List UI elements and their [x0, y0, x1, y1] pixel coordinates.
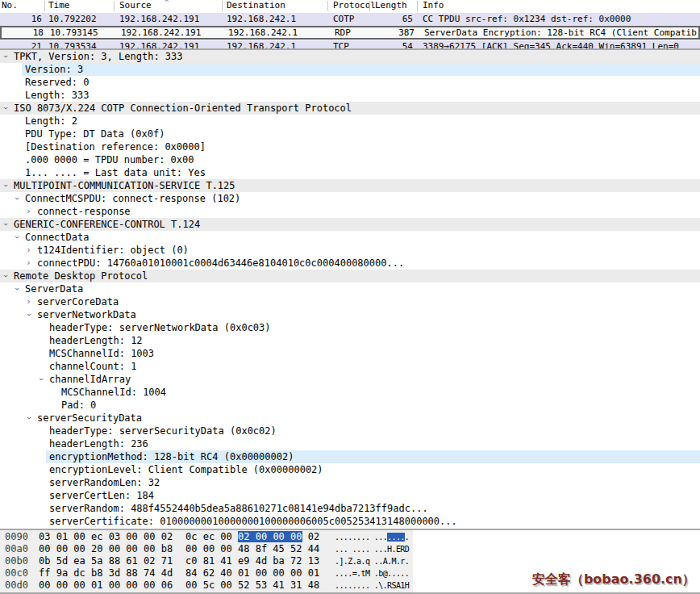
- tree-row[interactable]: ›serverCoreData: [0, 295, 700, 308]
- tree-row[interactable]: headerLength: 236: [0, 437, 700, 450]
- hex-bytes: 84 62 40 01 00 00 00 01: [185, 567, 319, 579]
- hex-row[interactable]: 009003 01 00 ec 03 00 00 020c ec 00 02 0…: [0, 531, 413, 543]
- tree-row[interactable]: encryptionMethod: 128-bit RC4 (0x0000000…: [0, 450, 700, 463]
- chevron-down-icon[interactable]: ›: [0, 271, 12, 282]
- tree-row[interactable]: serverRandom: 488f4552440b5dea5a88610271…: [0, 502, 700, 515]
- column-header-no[interactable]: No.: [2, 0, 42, 11]
- column-header-length[interactable]: Length: [375, 0, 407, 11]
- chevron-down-icon[interactable]: ›: [0, 103, 12, 114]
- ascii-bytes-segment: ...: [374, 533, 387, 542]
- tree-row[interactable]: ›connect-response: [0, 205, 700, 218]
- tree-row[interactable]: 1... .... = Last data unit: Yes: [0, 166, 700, 179]
- tree-row[interactable]: ›serverNetworkData: [0, 308, 700, 321]
- ascii-bytes-segment: ....=.tM: [335, 569, 369, 578]
- tree-row-label: Remote Desktop Protocol: [10, 270, 700, 282]
- ascii-bytes-segment: .: [405, 533, 409, 542]
- tree-row-label: PDU Type: DT Data (0x0f): [22, 128, 700, 140]
- chevron-down-icon[interactable]: ›: [0, 52, 12, 62]
- chevron-down-icon[interactable]: ›: [23, 413, 35, 424]
- tree-row[interactable]: ›serverSecurityData: [0, 412, 700, 425]
- cell-source: 192.168.242.191: [119, 40, 199, 50]
- tree-row[interactable]: [Destination reference: 0x0000]: [0, 140, 700, 153]
- chevron-right-icon[interactable]: ›: [23, 205, 34, 218]
- hex-bytes-segment: 03 01 00 ec 03 00 00 02: [39, 531, 173, 542]
- column-separator[interactable]: [327, 1, 328, 11]
- ascii-bytes: ... .... ...H.ERD: [335, 543, 409, 555]
- tree-row-label: MULTIPOINT-COMMUNICATION-SERVICE T.125: [10, 179, 700, 192]
- chevron-down-icon[interactable]: ›: [10, 232, 23, 243]
- tree-row[interactable]: MCSChannelId: 1004: [0, 386, 700, 399]
- tree-row[interactable]: ›t124Identifier: object (0): [0, 244, 700, 257]
- hex-offset: 00b0: [5, 555, 28, 567]
- tree-row[interactable]: ›MULTIPOINT-COMMUNICATION-SERVICE T.125: [0, 179, 700, 192]
- column-separator[interactable]: [222, 1, 223, 11]
- tree-row[interactable]: serverRandomLen: 32: [0, 476, 700, 489]
- hex-offset: 00c0: [5, 567, 28, 579]
- tree-row-label: serverRandom: 488f4552440b5dea5a88610271…: [46, 502, 700, 515]
- tree-row[interactable]: ›Remote Desktop Protocol: [0, 270, 700, 282]
- tree-row-label: encryptionMethod: 128-bit RC4 (0x0000000…: [46, 450, 700, 463]
- tree-row[interactable]: MCSChannelId: 1003: [0, 347, 700, 360]
- column-header-time[interactable]: Time: [48, 0, 70, 11]
- tree-row[interactable]: headerType: serverSecurityData (0x0c02): [0, 425, 700, 437]
- chevron-down-icon[interactable]: ›: [35, 374, 48, 385]
- tree-row[interactable]: ›ISO 8073/X.224 COTP Connection-Oriented…: [0, 102, 700, 115]
- tree-row-label: GENERIC-CONFERENCE-CONTROL T.124: [10, 218, 700, 231]
- column-separator[interactable]: [44, 1, 45, 11]
- tree-row[interactable]: Version: 3: [0, 63, 700, 76]
- tree-row[interactable]: channelCount: 1: [0, 360, 700, 373]
- column-separator[interactable]: [369, 1, 370, 11]
- hex-bytes-segment: 0c ec 00: [185, 531, 238, 542]
- tree-row[interactable]: headerType: serverNetworkData (0x0c03): [0, 321, 700, 334]
- chevron-down-icon[interactable]: ›: [0, 220, 12, 230]
- packet-row[interactable]: 1610.792202192.168.242.191192.168.242.1C…: [0, 12, 700, 26]
- tree-row[interactable]: ›GENERIC-CONFERENCE-CONTROL T.124: [0, 218, 700, 231]
- tree-row[interactable]: headerLength: 12: [0, 334, 700, 347]
- tree-row[interactable]: ›channelIdArray: [0, 373, 700, 386]
- hex-offset: 0090: [5, 531, 28, 543]
- column-separator[interactable]: [114, 1, 115, 11]
- hex-row[interactable]: 00d000 00 00 01 00 00 00 0600 5c 00 52 5…: [0, 579, 413, 592]
- tree-row[interactable]: Length: 2: [0, 115, 700, 128]
- tree-row[interactable]: encryptionLevel: Client Compatible (0x00…: [0, 463, 700, 476]
- hex-bytes-segment: ff 9a dc b8 3d 88 74 4d: [39, 567, 173, 579]
- ascii-bytes: ....=.tM .b@.....: [335, 567, 409, 579]
- tree-row[interactable]: ›TPKT, Version: 3, Length: 333: [0, 50, 700, 63]
- chevron-down-icon[interactable]: ›: [0, 181, 12, 191]
- chevron-down-icon[interactable]: ›: [10, 194, 23, 204]
- tree-row[interactable]: serverCertLen: 184: [0, 489, 700, 502]
- column-header-source[interactable]: Source: [119, 0, 152, 11]
- hex-row[interactable]: 00c0ff 9a dc b8 3d 88 74 4d84 62 40 01 0…: [0, 567, 413, 579]
- column-header-info[interactable]: Info: [423, 0, 444, 11]
- hex-row[interactable]: 00b00b 5d ea 5a 88 61 02 71c0 81 41 e9 4…: [0, 555, 413, 567]
- chevron-right-icon[interactable]: ›: [23, 257, 34, 270]
- tree-row[interactable]: Length: 333: [0, 89, 700, 102]
- packet-list-header: No. Time Source Destination Protocol Len…: [0, 0, 700, 12]
- tree-row[interactable]: ›connectPDU: 14760a01010001c0004d63446e8…: [0, 257, 700, 270]
- tree-row-label: serverCertLen: 184: [46, 489, 700, 502]
- tree-row[interactable]: ›ConnectData: [0, 231, 700, 244]
- tree-row[interactable]: ›ServerData: [0, 282, 700, 295]
- chevron-right-icon[interactable]: ›: [23, 244, 34, 257]
- chevron-down-icon[interactable]: ›: [10, 284, 23, 295]
- chevron-right-icon[interactable]: ›: [23, 295, 34, 308]
- ascii-bytes: .].Z.a.q ..A.M.r.: [335, 555, 409, 567]
- tree-row[interactable]: PDU Type: DT Data (0x0f): [0, 128, 700, 140]
- packet-row[interactable]: 2110.793534192.168.242.191192.168.242.1T…: [0, 40, 700, 50]
- tree-row[interactable]: Pad: 0: [0, 399, 700, 412]
- tree-row[interactable]: Reserved: 0: [0, 76, 700, 89]
- chevron-down-icon[interactable]: ›: [23, 310, 35, 320]
- tree-row[interactable]: ›ConnectMCSPDU: connect-response (102): [0, 192, 700, 205]
- tree-row[interactable]: serverCertificate: 010000000100000001000…: [0, 515, 700, 528]
- column-separator[interactable]: [417, 1, 418, 11]
- packet-row[interactable]: 1810.793145192.168.242.191192.168.242.1R…: [0, 26, 700, 40]
- cell-protocol: COTP: [333, 13, 355, 26]
- ascii-bytes-segment: .].Z.a.q: [335, 557, 369, 566]
- tree-row[interactable]: .000 0000 = TPDU number: 0x00: [0, 153, 700, 166]
- tree-row-label: MCSChannelId: 1003: [46, 347, 700, 360]
- column-header-destination[interactable]: Destination: [227, 0, 285, 11]
- tree-row-label: Length: 2: [22, 115, 700, 128]
- tree-row-label: ConnectMCSPDU: connect-response (102): [22, 192, 700, 205]
- hex-row[interactable]: 00a000 00 00 20 00 00 00 b800 00 00 48 8…: [0, 543, 413, 555]
- tree-row-label: [Destination reference: 0x0000]: [22, 140, 700, 153]
